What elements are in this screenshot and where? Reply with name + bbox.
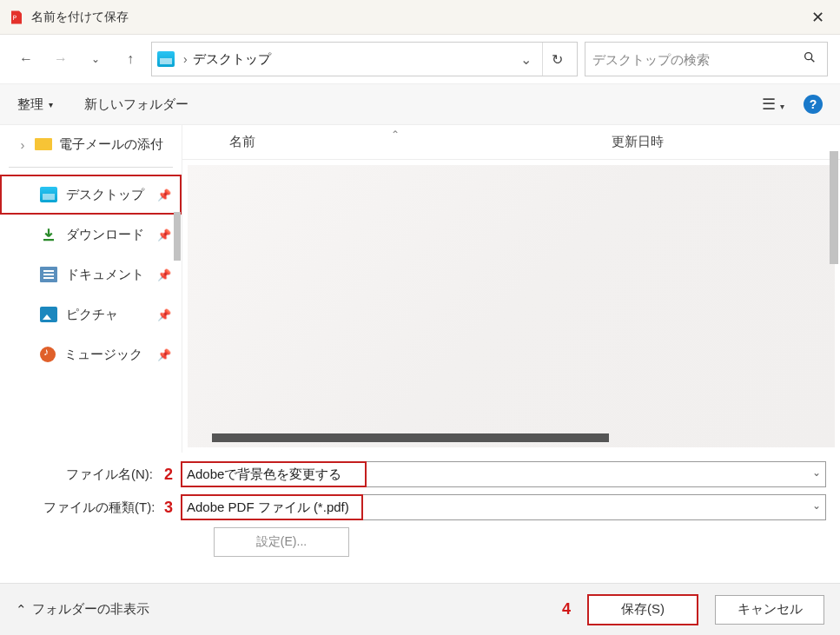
- adobe-pdf-icon: [9, 10, 24, 25]
- tree-item-attachments[interactable]: › 電子メールの添付: [0, 129, 182, 160]
- filename-input[interactable]: [181, 461, 826, 487]
- view-options-button[interactable]: ☰ ▾: [762, 95, 784, 114]
- navigation-bar: ← → ⌄ ↑ › デスクトップ ⌄ ↻: [0, 35, 840, 83]
- desktop-icon: [157, 51, 175, 67]
- navigation-pane: › 電子メールの添付 1 デスクトップ 📌 ダウンロード 📌 ドキュメント 📌: [0, 125, 182, 453]
- recent-dropdown[interactable]: ⌄: [82, 45, 109, 73]
- sidebar-item-desktop[interactable]: デスクトップ 📌: [0, 175, 182, 215]
- folder-icon: [35, 138, 52, 150]
- annotation-4: 4: [562, 600, 571, 618]
- pin-icon[interactable]: 📌: [157, 308, 171, 321]
- file-list-pane: ⌃ 名前 更新日時: [182, 125, 840, 453]
- search-input[interactable]: [592, 52, 799, 67]
- address-bar[interactable]: › デスクトップ ⌄ ↻: [151, 42, 578, 76]
- hide-folders-label: フォルダーの非表示: [32, 601, 149, 618]
- chevron-up-icon: ⌃: [16, 602, 27, 618]
- organize-menu[interactable]: 整理▾: [17, 96, 53, 113]
- new-folder-button[interactable]: 新しいフォルダー: [84, 96, 189, 113]
- scrollbar-thumb[interactable]: [174, 212, 181, 261]
- pin-icon[interactable]: 📌: [157, 189, 171, 202]
- sidebar-item-label: デスクトップ: [66, 187, 144, 203]
- save-fields: ファイル名(N): 2 ⌄ ファイルの種類(T): 3 ⌄ 設定(E)...: [0, 453, 840, 583]
- sidebar-item-label: ピクチャ: [66, 307, 118, 323]
- filetype-dropdown-icon[interactable]: ⌄: [812, 499, 821, 512]
- pictures-icon: [40, 307, 57, 322]
- tree-item-label: 電子メールの添付: [59, 136, 163, 153]
- refresh-button[interactable]: ↻: [542, 43, 572, 76]
- download-icon: [40, 227, 57, 242]
- settings-button[interactable]: 設定(E)...: [214, 527, 349, 557]
- search-icon[interactable]: [799, 50, 820, 68]
- bottom-bar: ⌃ フォルダーの非表示 4 保存(S) キャンセル: [0, 583, 840, 635]
- column-name[interactable]: 名前: [221, 134, 542, 150]
- sidebar-item-label: ドキュメント: [66, 267, 144, 283]
- pin-icon[interactable]: 📌: [157, 348, 171, 361]
- sidebar-item-documents[interactable]: ドキュメント 📌: [0, 255, 182, 294]
- column-date[interactable]: 更新日時: [542, 134, 664, 150]
- save-button[interactable]: 保存(S): [588, 595, 698, 625]
- music-icon: [40, 347, 56, 362]
- search-box[interactable]: [585, 42, 828, 76]
- chevron-right-icon: ›: [17, 137, 28, 152]
- address-dropdown-icon[interactable]: ⌄: [513, 51, 539, 68]
- sidebar-item-label: ミュージック: [64, 347, 142, 363]
- titlebar: 名前を付けて保存 ✕: [0, 0, 840, 35]
- breadcrumb-location[interactable]: デスクトップ: [193, 51, 271, 68]
- help-button[interactable]: ?: [804, 95, 823, 114]
- up-button[interactable]: ↑: [116, 45, 144, 73]
- sidebar-item-label: ダウンロード: [66, 227, 144, 243]
- window-title: 名前を付けて保存: [31, 10, 129, 25]
- forward-button[interactable]: →: [47, 45, 75, 73]
- filename-label: ファイル名(N):: [43, 466, 156, 483]
- svg-line-1: [811, 59, 815, 63]
- main-area: › 電子メールの添付 1 デスクトップ 📌 ダウンロード 📌 ドキュメント 📌: [0, 125, 840, 453]
- command-bar: 整理▾ 新しいフォルダー ☰ ▾ ?: [0, 83, 840, 125]
- sidebar-item-music[interactable]: ミュージック 📌: [0, 334, 182, 374]
- annotation-2: 2: [162, 466, 175, 484]
- sidebar-item-downloads[interactable]: ダウンロード 📌: [0, 215, 182, 255]
- pin-icon[interactable]: 📌: [157, 268, 171, 281]
- cancel-button[interactable]: キャンセル: [715, 595, 824, 625]
- filename-dropdown-icon[interactable]: ⌄: [812, 466, 821, 479]
- sidebar-item-pictures[interactable]: ピクチャ 📌: [0, 294, 182, 334]
- back-button[interactable]: ←: [12, 45, 40, 73]
- close-button[interactable]: ✕: [804, 4, 831, 30]
- document-icon: [40, 267, 57, 282]
- hide-folders-toggle[interactable]: ⌃ フォルダーの非表示: [16, 601, 149, 618]
- vertical-scrollbar[interactable]: [830, 151, 838, 264]
- filetype-select[interactable]: [181, 494, 826, 520]
- annotation-3: 3: [162, 499, 175, 517]
- breadcrumb-separator-icon: ›: [178, 52, 193, 66]
- file-list-header: ⌃ 名前 更新日時: [182, 125, 840, 160]
- sort-indicator-icon: ⌃: [391, 129, 400, 141]
- desktop-icon: [40, 187, 57, 202]
- svg-point-0: [805, 53, 812, 60]
- filetype-label: ファイルの種類(T):: [43, 499, 156, 516]
- file-list-body[interactable]: [188, 165, 835, 447]
- pin-icon[interactable]: 📌: [157, 228, 171, 241]
- horizontal-scrollbar[interactable]: [212, 433, 609, 442]
- save-as-dialog: 名前を付けて保存 ✕ ← → ⌄ ↑ › デスクトップ ⌄ ↻ 整理▾ 新しいフ…: [0, 0, 840, 635]
